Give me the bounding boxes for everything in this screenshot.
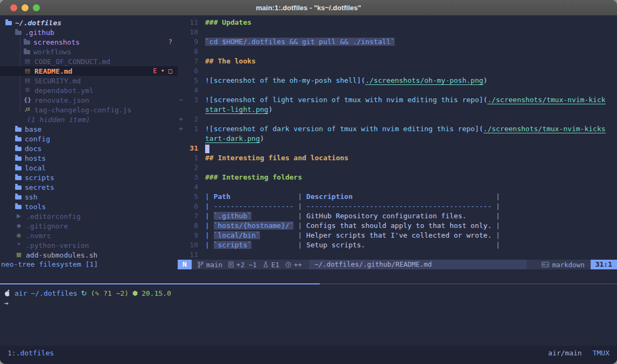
window-title: main:1:.dotfiles - "ks~/.dotfiles" bbox=[256, 4, 361, 12]
tree-item-base[interactable]: base bbox=[0, 124, 178, 134]
tree-item-security.md[interactable]: ▤SECURITY.md bbox=[0, 76, 178, 85]
editor-line[interactable]: 31 bbox=[178, 144, 617, 153]
tree-item-readme.md[interactable]: ▤README.mdE•□ bbox=[0, 66, 178, 76]
editor-line[interactable]: 11### Updates bbox=[178, 18, 617, 27]
tree-item-label: add-submodules.sh bbox=[26, 251, 97, 259]
tree-item-docs[interactable]: docs bbox=[0, 144, 178, 153]
line-number: 10 bbox=[185, 27, 198, 37]
tree-item-secrets[interactable]: secrets bbox=[0, 182, 178, 192]
tmux-window-label[interactable]: 1:.dotfiles bbox=[8, 349, 54, 357]
tree-item-local[interactable]: local bbox=[0, 163, 178, 173]
tree-item-label: screenshots bbox=[33, 38, 80, 46]
line-number: 7 bbox=[185, 56, 198, 66]
editor-line[interactable]: 11 bbox=[178, 250, 617, 260]
tree-item-label: SECURITY.md bbox=[34, 77, 81, 85]
shell-pane[interactable]: air ~/.dotfiles ↻ (✎ ?1 ~2) 20.15.0 → bbox=[0, 284, 617, 346]
tree-item-.github[interactable]: .github bbox=[0, 27, 178, 37]
editor-line[interactable]: 8| `hosts/{hostname}/` | Configs that sh… bbox=[178, 221, 617, 231]
tree-item-add-submodules.sh[interactable]: ■add-submodules.sh bbox=[0, 250, 178, 260]
tree-item-config[interactable]: config bbox=[0, 134, 178, 144]
neo-tree-sidebar: ~/.dotfiles.githubscreenshots?workflows▤… bbox=[0, 15, 178, 260]
line-number: 4 bbox=[185, 182, 198, 192]
shell-prompt: air ~/.dotfiles ↻ (✎ ?1 ~2) 20.15.0 bbox=[0, 288, 617, 298]
editor-line[interactable]: 7| `.github` | GitHub Repository configu… bbox=[178, 211, 617, 221]
status-mark: □ bbox=[169, 67, 172, 75]
line-text: ## Interesting files and locations bbox=[205, 153, 348, 163]
tree-item-.editorconfig[interactable]: ▶.editorconfig bbox=[0, 211, 178, 221]
tree-item-label: .python-version bbox=[26, 241, 89, 249]
line-number: 7 bbox=[185, 211, 198, 221]
editor-line[interactable]: 9`cd $HOME/.dotfiles && git pull && ./in… bbox=[178, 37, 617, 47]
cursor-position: 31:1 bbox=[591, 260, 617, 269]
tree-item-.nvmrc[interactable]: ◉.nvmrc bbox=[0, 231, 178, 240]
minimize-button[interactable] bbox=[22, 4, 29, 11]
tree-item-workflows[interactable]: workflows bbox=[0, 47, 178, 56]
editor-buffer[interactable]: 11### Updates109`cd $HOME/.dotfiles && g… bbox=[178, 18, 617, 260]
prompt-git-status: (✎ ?1 ~2) bbox=[90, 289, 128, 297]
editor-line[interactable]: 3### Interesting folders bbox=[178, 173, 617, 182]
tree-item-renovate.json[interactable]: {}renovate.json bbox=[0, 95, 178, 105]
tree-item-screenshots[interactable]: screenshots? bbox=[0, 37, 178, 47]
tmux-badge: TMUX bbox=[593, 349, 609, 357]
gutter-sign bbox=[178, 134, 185, 144]
tree-item--1-hidden-item-[interactable]: (1 hidden item) bbox=[0, 115, 178, 124]
folder-icon bbox=[24, 40, 30, 45]
gutter-sign bbox=[178, 173, 185, 182]
tree-item-scripts[interactable]: scripts bbox=[0, 173, 178, 182]
close-button[interactable] bbox=[10, 4, 17, 11]
editor-line[interactable]: 7## The looks bbox=[178, 56, 617, 66]
git-diff-item: +2 ~1 bbox=[228, 261, 257, 269]
gutter-sign bbox=[178, 85, 185, 95]
tree-item-dependabot.yml[interactable]: ⚙dependabot.yml bbox=[0, 85, 178, 95]
editor-line[interactable]: start-light.png) bbox=[178, 105, 617, 115]
line-text: ### Interesting folders bbox=[205, 173, 302, 182]
editor-line[interactable]: 8 bbox=[178, 47, 617, 56]
tmux-status-bar: 1:.dotfiles air/main TMUX bbox=[0, 346, 617, 364]
tree-item-.gitignore[interactable]: ◆.gitignore bbox=[0, 221, 178, 231]
tree-item-label: docs bbox=[25, 145, 41, 153]
tree-item-label: dependabot.yml bbox=[34, 87, 94, 95]
editor-line[interactable]: tart-dark.png) bbox=[178, 134, 617, 144]
line-number: 11 bbox=[185, 18, 198, 27]
gutter-sign bbox=[178, 202, 185, 211]
gutter-sign bbox=[178, 56, 185, 66]
editor-line[interactable]: 6| ------------------- | ---------------… bbox=[178, 202, 617, 211]
git-branch-icon bbox=[198, 261, 204, 268]
prompt-arrow: → bbox=[4, 299, 9, 307]
tree-item-hosts[interactable]: hosts bbox=[0, 153, 178, 163]
gutter-sign bbox=[178, 105, 185, 115]
folder-icon bbox=[5, 21, 12, 25]
editor-line[interactable]: +1![screenshot of dark version of tmux w… bbox=[178, 124, 617, 134]
editor-line[interactable]: 6 bbox=[178, 66, 617, 76]
status-mark: • bbox=[161, 67, 165, 75]
line-number: 2 bbox=[185, 115, 198, 124]
tree-item-code-of-conduct.md[interactable]: ▤CODE_OF_CONDUCT.md bbox=[0, 56, 178, 66]
line-text: ![screenshot of light version of tmux wi… bbox=[205, 95, 606, 105]
line-number: 8 bbox=[185, 221, 198, 231]
editor-line[interactable]: +2 bbox=[178, 115, 617, 124]
line-number: 3 bbox=[185, 173, 198, 182]
editor-line[interactable]: 10| `scripts` | Setup scripts. | bbox=[178, 240, 617, 250]
line-number bbox=[185, 134, 198, 144]
tree-item-tag-changelog-config.js[interactable]: JStag-changelog-config.js bbox=[0, 105, 178, 115]
editor-line[interactable]: 4 bbox=[178, 85, 617, 95]
tree-item-~-.dotfiles[interactable]: ~/.dotfiles bbox=[0, 18, 178, 27]
file-edit-icon bbox=[228, 261, 234, 268]
shell-input-line[interactable]: → bbox=[0, 298, 617, 308]
editor-line[interactable]: 2 bbox=[178, 163, 617, 173]
editor-line[interactable]: 4 bbox=[178, 182, 617, 192]
editor-line[interactable]: 5| Path | Description | bbox=[178, 192, 617, 202]
tree-item-label: hosts bbox=[25, 154, 46, 162]
editor-line[interactable]: 10 bbox=[178, 27, 617, 37]
editor-line[interactable]: 1## Interesting files and locations bbox=[178, 153, 617, 163]
tree-item-ssh[interactable]: ssh bbox=[0, 192, 178, 202]
editor-line[interactable]: 5![screenshot of the oh-my-posh shell](.… bbox=[178, 76, 617, 85]
tree-item-label: .gitignore bbox=[26, 222, 68, 230]
tree-item-.python-version[interactable]: *.python-version bbox=[0, 240, 178, 250]
editor-line[interactable]: ~3![screenshot of light version of tmux … bbox=[178, 95, 617, 105]
line-number: 31 bbox=[185, 144, 198, 153]
zoom-button[interactable] bbox=[33, 4, 40, 11]
tree-item-marks: E•□ bbox=[153, 67, 172, 75]
tree-item-tools[interactable]: tools bbox=[0, 202, 178, 211]
editor-line[interactable]: 9| `local/bin` | Helper scripts that I'v… bbox=[178, 231, 617, 240]
